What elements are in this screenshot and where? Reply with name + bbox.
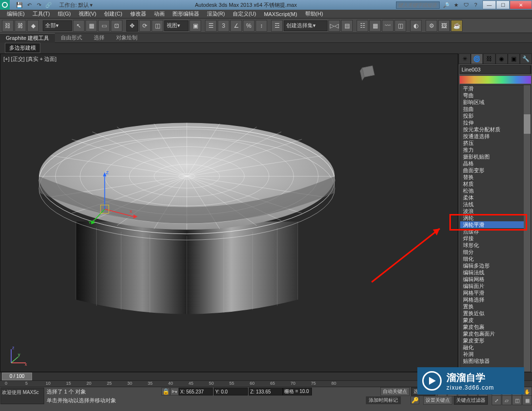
menu-修改器[interactable]: 修改器 [126,10,150,18]
menu-动画[interactable]: 动画 [150,10,169,18]
menu-创建(C)[interactable]: 创建(C) [100,10,126,18]
manage-selection-icon[interactable]: ☰ [205,20,217,32]
modifier-item[interactable]: 置换近似 [460,310,531,317]
modifier-item[interactable]: 编辑法线 [460,269,531,276]
modifier-item[interactable]: 细化 [460,255,531,262]
modifier-item[interactable]: 替换 [460,174,531,180]
modifier-item[interactable]: 蒙皮变形 [460,337,531,344]
modify-tab-icon[interactable]: 🌀 [471,54,483,64]
menu-MAXScript(M)[interactable]: MAXScript(M) [260,11,301,17]
menu-渲染(R)[interactable]: 渲染(R) [203,10,229,18]
mirror-icon[interactable]: ▷◁ [328,20,340,32]
y-coord-input[interactable]: Y: 0.0 [214,388,248,395]
viewport[interactable]: [+] [正交] [真实 + 边面] [0,54,458,372]
pivot-icon[interactable]: ▣ [189,20,201,32]
help-icon[interactable]: ? [472,1,480,9]
modifier-item[interactable]: 材质 [460,180,531,187]
time-handle[interactable]: 0 / 100 [2,373,32,380]
menu-图形编辑器[interactable]: 图形编辑器 [169,10,203,18]
select-icon[interactable]: ↖ [73,20,85,32]
fov-icon[interactable]: ▱ [502,395,512,405]
rect-select-icon[interactable]: ▭ [98,20,110,32]
autokey-button[interactable]: 自动关键点 [380,387,410,396]
object-name-input[interactable] [460,65,531,74]
maximize-button[interactable]: ☐ [496,0,510,9]
modifier-item[interactable]: 摄影机贴图 [460,153,531,160]
z-coord-input[interactable]: Z: 133.65 [249,388,283,395]
modifier-item[interactable]: 网格选择 [460,296,531,303]
modifier-item[interactable]: 补洞 [460,351,531,357]
graphite-icon[interactable]: ▦ [369,20,381,32]
menu-自定义(U)[interactable]: 自定义(U) [229,10,260,18]
rotate-tool-icon[interactable]: ⟳ [139,20,151,32]
modifier-item[interactable]: 扭曲 [460,106,531,112]
modifier-item[interactable]: 弯曲 [460,92,531,99]
motion-tab-icon[interactable]: ◉ [496,54,508,64]
modifier-item[interactable]: 蒙皮包裹面片 [460,330,531,337]
align-icon[interactable]: ▤ [341,20,353,32]
scale-tool-icon[interactable]: ◫ [152,20,163,32]
modifier-item[interactable]: 编辑多边形 [460,262,531,269]
modifier-item[interactable]: 法线 [460,201,531,208]
modifier-item[interactable]: 松弛 [460,187,531,194]
modifier-item[interactable]: 按通道选择 [460,133,531,140]
curve-editor-icon[interactable]: 〰 [382,20,394,32]
shield-icon[interactable]: 🛡 [462,1,470,9]
utilities-tab-icon[interactable]: 🔧 [520,54,532,64]
undo-icon[interactable]: ↶ [25,1,33,9]
modifier-item[interactable]: 球形化 [460,242,531,249]
modifier-item[interactable]: 点缓存 [460,228,531,235]
key-icon[interactable]: 🗝 [170,388,179,395]
window-select-icon[interactable]: ⊡ [111,20,122,32]
modifier-item[interactable]: 推力 [460,146,531,153]
modifier-item[interactable]: 融化 [460,344,531,351]
maximize-vp-icon[interactable]: ◫ [512,395,522,405]
star-icon[interactable]: ★ [452,1,460,9]
redo-icon[interactable]: ↷ [35,1,43,9]
material-icon[interactable]: ◐ [410,20,422,32]
modifier-item[interactable]: 挤压 [460,140,531,146]
layer-icon[interactable]: ☷ [357,20,368,32]
unlink-tool-icon[interactable]: ⛓̸ [15,20,26,32]
modifier-item[interactable]: 编辑网格 [460,276,531,283]
modifier-item[interactable]: 晶格 [460,160,531,167]
menu-视图(V)[interactable]: 视图(V) [75,10,101,18]
scrollbar[interactable] [524,85,531,372]
graphite-tab[interactable]: 自由形式 [55,33,88,42]
keymode-icon[interactable]: 🔑 [411,396,419,404]
app-logo[interactable] [0,0,10,10]
modifier-item[interactable]: 曲面变形 [460,167,531,174]
graphite-tab[interactable]: 对象绘制 [110,33,143,42]
schematic-icon[interactable]: ◫ [395,20,406,32]
hierarchy-tab-icon[interactable]: ⛓ [483,54,495,64]
spinner-snap-icon[interactable]: ↕ [256,20,267,32]
graphite-tab[interactable]: Graphite 建模工具 [0,33,55,43]
refcoord-dropdown[interactable]: 视图 ▾ [164,20,189,31]
object-color-swatch[interactable] [531,65,532,74]
modifier-list-dropdown[interactable] [460,76,531,84]
move-tool-icon[interactable]: ✥ [126,20,138,32]
modifier-item[interactable]: 贴图缩放器 [460,357,531,364]
maxscript-tab[interactable]: 欢迎使用 MAXSc [0,388,44,404]
menu-帮助(H)[interactable]: 帮助(H) [301,10,327,18]
display-tab-icon[interactable]: ▣ [508,54,520,64]
zoom-ext-icon[interactable]: ⤢ [492,395,501,405]
create-tab-icon[interactable]: ✳ [459,54,471,64]
angle-snap-icon[interactable]: ∠ [230,20,242,32]
minimize-button[interactable]: — [482,0,496,9]
x-coord-input[interactable]: X: 565.237 [179,388,213,395]
link-icon[interactable]: 🔗 [45,1,52,9]
modifier-item[interactable]: 编辑面片 [460,283,531,289]
modifier-item[interactable]: 按元素分配材质 [460,126,531,133]
graphite-tab[interactable]: 选择 [88,33,110,42]
min-max-icon[interactable]: ▦ [522,395,532,405]
snap-3d-icon[interactable]: 3 [218,20,229,32]
modifier-item[interactable]: 柔体 [460,194,531,201]
addtime-button[interactable]: 添加时间标记 [366,396,401,404]
modifier-item[interactable]: 投影 [460,112,531,119]
polymodel-panel[interactable]: 多边形建模 [5,43,40,53]
keyfilter-button[interactable]: 关键点过滤器 [454,396,488,405]
link-tool-icon[interactable]: ⛓ [2,20,14,32]
modifier-item[interactable]: 波浪 [460,208,531,214]
menu-工具(T)[interactable]: 工具(T) [29,10,54,18]
